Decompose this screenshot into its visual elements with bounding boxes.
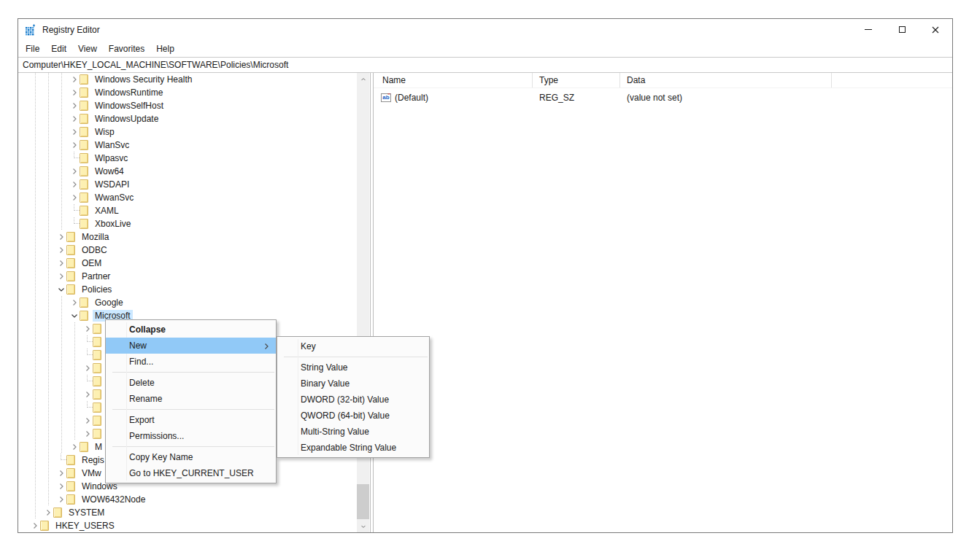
tree-guide — [30, 388, 43, 401]
tree-item-label: WindowsUpdate — [93, 113, 161, 125]
menu-file[interactable]: File — [20, 42, 45, 56]
tree-expand-arrow[interactable] — [56, 257, 66, 270]
tree-item-wsdapi[interactable]: WSDAPI — [18, 178, 370, 191]
tree-item-xaml[interactable]: XAML — [18, 204, 370, 217]
tree-item-wwansvc[interactable]: WwanSvc — [18, 191, 370, 204]
column-header-data[interactable]: Data — [620, 73, 832, 88]
tree-guide — [30, 86, 43, 99]
folder-icon — [80, 140, 88, 150]
tree-guide — [69, 401, 82, 414]
tree-guide — [43, 99, 56, 112]
context-menu-item-delete[interactable]: Delete — [106, 375, 276, 391]
minimize-button[interactable] — [852, 19, 885, 40]
tree-guide — [56, 388, 69, 401]
tree-expand-arrow[interactable] — [69, 112, 80, 125]
tree-expand-arrow[interactable] — [69, 139, 80, 152]
tree-item-policies[interactable]: Policies — [18, 283, 370, 296]
tree-item-wlpasvc[interactable]: Wlpasvc — [18, 152, 370, 165]
tree-item-label: ODBC — [80, 244, 109, 256]
menu-view[interactable]: View — [72, 42, 103, 56]
tree-item-xboxlive[interactable]: XboxLive — [18, 217, 370, 230]
tree-item-wow64[interactable]: Wow64 — [18, 165, 370, 178]
tree-expand-arrow[interactable] — [56, 480, 66, 493]
tree-guide — [56, 204, 69, 217]
tree-item-odbc[interactable]: ODBC — [18, 244, 370, 257]
tree-guide — [56, 414, 69, 427]
tree-expand-arrow[interactable] — [30, 519, 40, 532]
tree-expand-arrow[interactable] — [69, 191, 80, 204]
tree-item-wow6432node[interactable]: WOW6432Node — [18, 493, 370, 506]
tree-expand-arrow[interactable] — [82, 388, 93, 401]
tree-expand-arrow[interactable] — [69, 296, 80, 309]
folder-icon — [93, 402, 101, 413]
tree-item-mozilla[interactable]: Mozilla — [18, 230, 370, 244]
tree-expand-arrow[interactable] — [69, 165, 80, 178]
tree-expand-arrow[interactable] — [43, 506, 53, 519]
column-header-name[interactable]: Name — [374, 73, 533, 88]
tree-expand-arrow[interactable] — [56, 467, 66, 480]
tree-expand-arrow[interactable] — [56, 230, 66, 244]
tree-expand-arrow[interactable] — [56, 283, 66, 296]
maximize-button[interactable] — [885, 19, 919, 40]
context-menu-item-copy-key-name[interactable]: Copy Key Name — [106, 449, 276, 465]
submenu-item-label: Key — [301, 341, 316, 351]
tree-item-windowsupdate[interactable]: WindowsUpdate — [18, 112, 370, 125]
tree-expand-arrow[interactable] — [69, 99, 80, 112]
column-header-type[interactable]: Type — [533, 73, 620, 88]
tree-expand-arrow[interactable] — [56, 493, 66, 506]
tree-expand-arrow[interactable] — [56, 244, 66, 257]
tree-item-partner[interactable]: Partner — [18, 270, 370, 283]
folder-icon — [40, 521, 49, 531]
tree-guide — [30, 401, 43, 414]
tree-expand-arrow[interactable] — [69, 309, 80, 322]
tree-expand-arrow[interactable] — [82, 362, 93, 375]
menu-help[interactable]: Help — [150, 42, 180, 56]
submenu-item-qword-64-bit-value[interactable]: QWORD (64-bit) Value — [277, 408, 429, 424]
tree-item-wlansvc[interactable]: WlanSvc — [18, 139, 370, 152]
context-menu-item-new[interactable]: New — [106, 338, 276, 354]
scroll-down-button[interactable] — [357, 520, 369, 532]
context-menu-item-go-to-hkey-current-user[interactable]: Go to HKEY_CURRENT_USER — [106, 465, 276, 481]
context-menu-item-permissions[interactable]: Permissions... — [106, 428, 276, 444]
tree-item-system[interactable]: SYSTEM — [18, 506, 370, 519]
menu-favorites[interactable]: Favorites — [103, 42, 150, 56]
dotted-connector-icon — [87, 401, 93, 408]
tree-item-oem[interactable]: OEM — [18, 257, 370, 270]
tree-guide — [43, 73, 56, 86]
submenu-item-dword-32-bit-value[interactable]: DWORD (32-bit) Value — [277, 392, 429, 408]
submenu-item-key[interactable]: Key — [277, 338, 429, 354]
menu-edit[interactable]: Edit — [45, 42, 72, 56]
scroll-up-button[interactable] — [357, 73, 369, 85]
tree-expand-arrow[interactable] — [69, 440, 80, 454]
tree-expand-arrow[interactable] — [82, 427, 93, 440]
context-menu-item-collapse[interactable]: Collapse — [106, 322, 276, 338]
address-input[interactable] — [18, 60, 952, 70]
tree-expand-arrow[interactable] — [69, 125, 80, 139]
submenu-item-string-value[interactable]: String Value — [277, 359, 429, 376]
tree-guide — [30, 165, 43, 178]
submenu-item-expandable-string-value[interactable]: Expandable String Value — [277, 440, 429, 456]
scrollbar-thumb[interactable] — [357, 484, 369, 519]
tree-scrollbar[interactable] — [357, 73, 369, 532]
tree-expand-arrow[interactable] — [82, 414, 93, 427]
context-menu-item-rename[interactable]: Rename — [106, 391, 276, 407]
tree-expand-arrow[interactable] — [69, 86, 80, 99]
context-menu-item-export[interactable]: Export — [106, 412, 276, 428]
tree-item-hkey-users[interactable]: HKEY_USERS — [18, 519, 370, 532]
tree-item-wisp[interactable]: Wisp — [18, 125, 370, 139]
tree-expand-arrow[interactable] — [82, 322, 93, 335]
tree-expand-arrow[interactable] — [69, 73, 80, 86]
tree-item-windowsruntime[interactable]: WindowsRuntime — [18, 86, 370, 99]
tree-expand-arrow[interactable] — [56, 270, 66, 283]
maximize-icon — [899, 26, 906, 33]
tree-item-windows-security-health[interactable]: Windows Security Health — [18, 73, 370, 86]
tree-item-windowsselfhost[interactable]: WindowsSelfHost — [18, 99, 370, 112]
tree-guide — [56, 296, 69, 309]
value-row[interactable]: ab(Default)REG_SZ(value not set) — [374, 91, 952, 104]
submenu-item-binary-value[interactable]: Binary Value — [277, 376, 429, 392]
context-menu-item-find[interactable]: Find... — [106, 354, 276, 370]
tree-item-google[interactable]: Google — [18, 296, 370, 309]
submenu-item-multi-string-value[interactable]: Multi-String Value — [277, 424, 429, 440]
close-button[interactable] — [919, 19, 952, 40]
tree-expand-arrow[interactable] — [69, 178, 80, 191]
